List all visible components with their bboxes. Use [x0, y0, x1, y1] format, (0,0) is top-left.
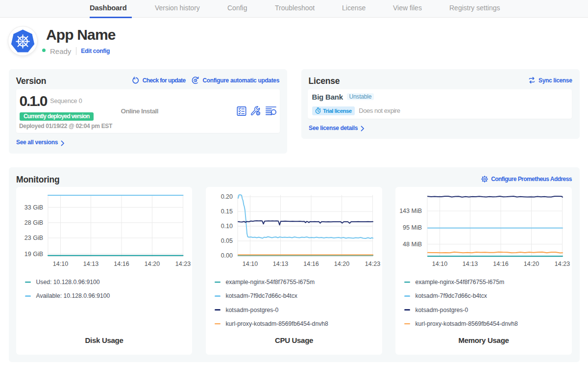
svg-text:143 MiB: 143 MiB [399, 208, 422, 214]
svg-text:28 GiB: 28 GiB [24, 219, 43, 226]
svg-text:14:20: 14:20 [524, 261, 539, 267]
svg-text:33 GiB: 33 GiB [24, 204, 43, 211]
svg-text:14:23: 14:23 [175, 261, 191, 267]
svg-text:14:20: 14:20 [145, 261, 160, 267]
svg-text:14:23: 14:23 [555, 261, 570, 267]
svg-text:14:23: 14:23 [365, 261, 380, 267]
svg-text:14:10: 14:10 [243, 261, 258, 267]
svg-text:14:10: 14:10 [53, 261, 68, 267]
svg-text:0.00: 0.00 [221, 252, 233, 259]
svg-text:14:13: 14:13 [83, 261, 98, 267]
svg-text:19 GiB: 19 GiB [24, 251, 43, 258]
svg-text:0.15: 0.15 [221, 208, 233, 215]
svg-text:14:20: 14:20 [334, 261, 349, 267]
svg-text:0.20: 0.20 [221, 193, 233, 200]
svg-text:14:16: 14:16 [303, 261, 318, 267]
svg-text:0.05: 0.05 [221, 237, 233, 244]
svg-text:23 GiB: 23 GiB [24, 235, 43, 241]
svg-text:14:13: 14:13 [463, 261, 478, 267]
svg-text:14:13: 14:13 [273, 261, 288, 267]
svg-text:0.10: 0.10 [221, 223, 233, 230]
svg-text:14:16: 14:16 [493, 261, 508, 267]
svg-text:14:16: 14:16 [114, 261, 129, 267]
svg-text:48 MiB: 48 MiB [403, 241, 422, 248]
svg-text:14:10: 14:10 [432, 261, 447, 267]
svg-text:95 MiB: 95 MiB [403, 224, 422, 231]
